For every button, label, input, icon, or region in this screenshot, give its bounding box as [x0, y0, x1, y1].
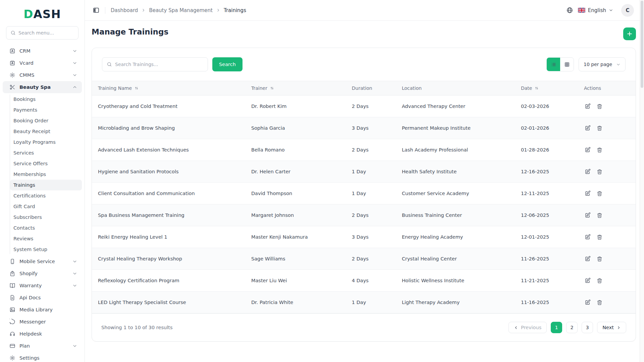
- page-scrollbar[interactable]: [640, 0, 644, 362]
- cell-trainer: David Thompson: [251, 183, 352, 204]
- sidebar-item-vcard[interactable]: Vcard: [3, 57, 82, 69]
- cell-trainer: Dr. Helen Carter: [251, 161, 352, 183]
- uk-flag-icon: [578, 8, 585, 13]
- delete-button[interactable]: [596, 168, 603, 175]
- sidebar-item-certifications[interactable]: Certifications: [0, 190, 82, 201]
- sort-icon[interactable]: [134, 86, 139, 90]
- list-view-button[interactable]: [547, 58, 560, 71]
- edit-button[interactable]: [584, 124, 591, 132]
- language-selector[interactable]: English: [578, 7, 613, 13]
- sidebar-item-label: CRM: [19, 48, 68, 54]
- next-page-button[interactable]: Next: [597, 322, 626, 333]
- sidebar-item-system-setup[interactable]: System Setup: [0, 244, 82, 255]
- per-page-value: 10 per page: [584, 62, 612, 67]
- sidebar-item-messenger[interactable]: Messenger: [3, 316, 82, 328]
- table-row: Client Consultation and CommunicationDav…: [92, 183, 636, 204]
- breadcrumb-item-beauty-spa-management[interactable]: Beauty Spa Management: [149, 7, 213, 13]
- trainings-search-input[interactable]: [115, 62, 203, 67]
- sidebar-item-label: CMMS: [19, 72, 68, 78]
- sidebar-item-beauty-receipt[interactable]: Beauty Receipt: [0, 126, 82, 137]
- cell-trainer: Margaret Johnson: [251, 204, 352, 226]
- cell-date: 02-03-2026: [521, 96, 584, 117]
- column-header-trainer[interactable]: Trainer: [251, 81, 352, 96]
- sidebar-item-beauty-spa[interactable]: Beauty Spa: [3, 81, 82, 93]
- grid-view-button[interactable]: [560, 58, 574, 71]
- sidebar-item-helpdesk[interactable]: Helpdesk: [3, 328, 82, 340]
- page-button-1[interactable]: 1: [551, 322, 562, 333]
- sidebar-search-input[interactable]: [18, 30, 74, 36]
- sidebar-item-booking-order[interactable]: Booking Order: [0, 115, 82, 126]
- sidebar-item-settings[interactable]: Settings: [3, 352, 82, 362]
- sidebar-item-api-docs[interactable]: Api Docs: [3, 292, 82, 304]
- sidebar-item-memberships[interactable]: Memberships: [0, 169, 82, 180]
- edit-button[interactable]: [584, 103, 591, 110]
- sidebar-item-service-offers[interactable]: Service Offers: [0, 158, 82, 169]
- breadcrumb-item-dashboard[interactable]: Dashboard: [111, 7, 138, 13]
- cell-actions: [584, 292, 636, 313]
- sidebar-item-loyalty-programs[interactable]: Loyalty Programs: [0, 137, 82, 147]
- trash-icon: [597, 191, 602, 196]
- sidebar-item-reviews[interactable]: Reviews: [0, 233, 82, 244]
- delete-button[interactable]: [596, 299, 603, 306]
- chevron-down-icon: [72, 61, 77, 65]
- cell-duration: 2 Days: [352, 248, 402, 270]
- edit-button[interactable]: [584, 255, 591, 262]
- plus-icon: [626, 31, 633, 37]
- sort-icon[interactable]: [270, 86, 274, 90]
- edit-button[interactable]: [584, 299, 591, 306]
- sort-icon[interactable]: [534, 86, 539, 90]
- edit-button[interactable]: [584, 146, 591, 154]
- column-label: Date: [521, 85, 532, 91]
- table-row: Spa Business Management TrainingMargaret…: [92, 204, 636, 226]
- delete-button[interactable]: [596, 277, 603, 284]
- delete-button[interactable]: [596, 103, 603, 110]
- previous-page-button[interactable]: Previous: [508, 322, 547, 333]
- search-button[interactable]: Search: [212, 57, 243, 71]
- globe-icon[interactable]: [566, 7, 573, 14]
- sidebar-toggle-icon[interactable]: [93, 7, 100, 14]
- sidebar-item-crm[interactable]: CRM: [3, 45, 82, 57]
- delete-button[interactable]: [596, 212, 603, 219]
- edit-button[interactable]: [584, 190, 591, 197]
- table-row: Crystal Healing Therapy WorkshopSage Wil…: [92, 248, 636, 270]
- sidebar-item-payments[interactable]: Payments: [0, 105, 82, 115]
- sidebar-item-shopify[interactable]: Shopify: [3, 267, 82, 280]
- scrollbar-thumb[interactable]: [641, 1, 643, 88]
- app-logo: DASH: [0, 5, 85, 25]
- edit-icon: [585, 299, 591, 305]
- table-row: Reiki Energy Healing Level 1Master Kenji…: [92, 226, 636, 248]
- sidebar-item-contacts[interactable]: Contacts: [0, 223, 82, 233]
- chat-icon: [9, 319, 15, 325]
- results-summary: Showing 1 to 10 of 30 results: [101, 325, 172, 330]
- table-row: Reflexology Certification ProgramMaster …: [92, 270, 636, 292]
- chevron-down-icon: [72, 49, 77, 53]
- delete-button[interactable]: [596, 125, 603, 132]
- add-training-button[interactable]: [623, 27, 636, 40]
- delete-button[interactable]: [596, 190, 603, 197]
- sidebar-item-media-library[interactable]: Media Library: [3, 304, 82, 316]
- user-avatar[interactable]: C: [621, 4, 634, 17]
- column-header-date[interactable]: Date: [521, 81, 584, 96]
- column-header-training-name[interactable]: Training Name: [92, 81, 251, 96]
- edit-button[interactable]: [584, 233, 591, 241]
- chevron-down-icon: [609, 8, 613, 12]
- page-button-2[interactable]: 2: [566, 322, 578, 333]
- delete-button[interactable]: [596, 255, 603, 262]
- sidebar-item-trainings[interactable]: Trainings: [10, 180, 82, 190]
- cell-date: 11-26-2025: [521, 248, 584, 270]
- delete-button[interactable]: [596, 234, 603, 241]
- sidebar-item-plan[interactable]: Plan: [3, 340, 82, 352]
- edit-button[interactable]: [584, 168, 591, 175]
- page-button-3[interactable]: 3: [582, 322, 593, 333]
- sidebar-item-cmms[interactable]: CMMS: [3, 69, 82, 81]
- sidebar-item-services[interactable]: Services: [0, 147, 82, 158]
- edit-button[interactable]: [584, 277, 591, 284]
- sidebar-item-subscribers[interactable]: Subscribers: [0, 212, 82, 223]
- delete-button[interactable]: [596, 146, 603, 154]
- sidebar-item-bookings[interactable]: Bookings: [0, 94, 82, 105]
- per-page-select[interactable]: 10 per page: [579, 57, 626, 71]
- sidebar-item-mobile-service[interactable]: Mobile Service: [3, 255, 82, 267]
- sidebar-item-warranty[interactable]: Warranty: [3, 280, 82, 292]
- sidebar-item-gift-card[interactable]: Gift Card: [0, 201, 82, 212]
- edit-button[interactable]: [584, 212, 591, 219]
